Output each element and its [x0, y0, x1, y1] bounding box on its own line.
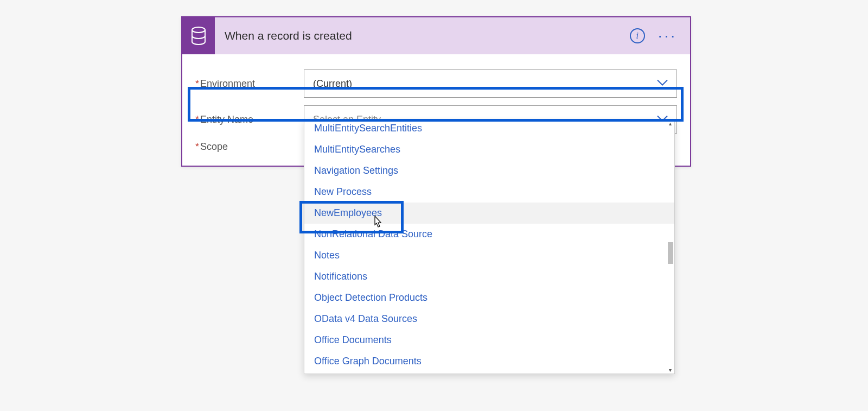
- scroll-down-icon[interactable]: ▾: [667, 367, 673, 374]
- entity-option[interactable]: Office Graph Documents: [304, 351, 674, 372]
- entity-option[interactable]: MultiEntitySearchEntities: [304, 121, 674, 139]
- card-title: When a record is created: [215, 29, 630, 42]
- svg-point-0: [192, 27, 205, 33]
- environment-value: (Current): [313, 78, 352, 90]
- more-menu-button[interactable]: ···: [658, 33, 677, 39]
- entity-dropdown-panel: MultiEntitySearchEntitiesMultiEntitySear…: [304, 120, 675, 374]
- card-header: When a record is created i ···: [182, 17, 690, 54]
- header-actions: i ···: [630, 28, 690, 43]
- entity-option[interactable]: OData v4 Data Sources: [304, 308, 674, 330]
- entity-option[interactable]: NonRelational Data Source: [304, 224, 674, 245]
- entity-dropdown-list[interactable]: MultiEntitySearchEntitiesMultiEntitySear…: [304, 121, 674, 374]
- chevron-down-icon: [656, 78, 668, 90]
- entity-label: *Entity Name: [195, 114, 304, 125]
- database-icon: [182, 17, 215, 54]
- scrollbar-track[interactable]: ▴ ▾: [667, 121, 673, 374]
- info-icon[interactable]: i: [630, 28, 645, 43]
- environment-label: *Environment: [195, 78, 304, 90]
- scope-label-text: Scope: [200, 141, 228, 152]
- entity-option[interactable]: Navigation Settings: [304, 160, 674, 181]
- scope-label: *Scope: [195, 141, 304, 153]
- entity-label-text: Entity Name: [200, 114, 253, 125]
- entity-option[interactable]: MultiEntitySearches: [304, 139, 674, 160]
- entity-option[interactable]: Notes: [304, 245, 674, 266]
- database-icon-svg: [190, 26, 207, 46]
- entity-option[interactable]: New Process: [304, 181, 674, 203]
- entity-option[interactable]: Object Detection Products: [304, 287, 674, 308]
- scrollbar-thumb[interactable]: [668, 242, 673, 264]
- environment-label-text: Environment: [200, 78, 255, 89]
- entity-option[interactable]: NewEmployees: [304, 203, 674, 224]
- field-row-environment: *Environment (Current): [195, 69, 677, 98]
- entity-option[interactable]: Notifications: [304, 266, 674, 287]
- scroll-up-icon[interactable]: ▴: [667, 121, 673, 127]
- environment-control: (Current): [304, 69, 677, 98]
- environment-select[interactable]: (Current): [304, 69, 677, 98]
- entity-option[interactable]: Office Documents: [304, 330, 674, 351]
